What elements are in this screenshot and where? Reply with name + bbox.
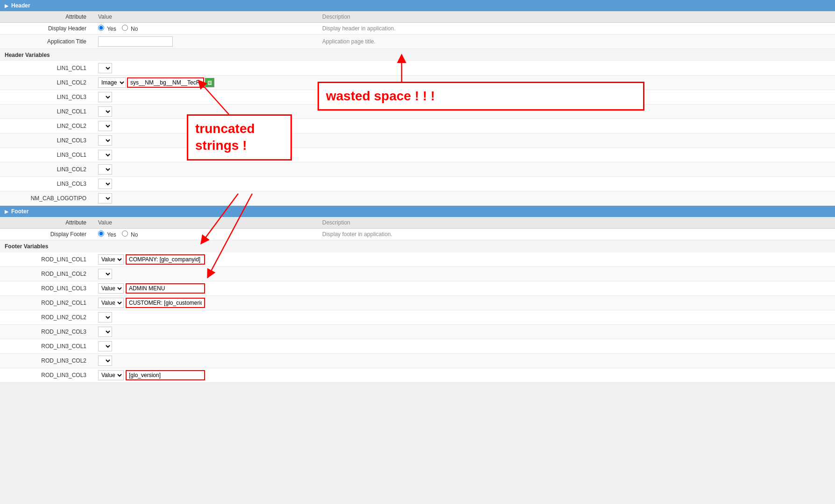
hvar-desc-6 (318, 148, 835, 162)
hvar-desc-7 (318, 162, 835, 177)
display-header-yes-label[interactable]: Yes (98, 25, 116, 32)
app-title-desc: Application page title. (318, 35, 835, 49)
display-footer-desc: Display footer in application. (318, 229, 835, 240)
fvar-attr-2: ROD_LIN1_COL3 (0, 281, 93, 296)
hvar-select-4[interactable] (98, 121, 112, 131)
footer-section-toggle[interactable]: ▶ Footer (0, 206, 835, 217)
fvar-text-input-3[interactable] (126, 298, 205, 308)
fvar-desc-0 (318, 252, 835, 267)
display-header-yes-radio[interactable] (98, 25, 104, 31)
fvar-val-7 (93, 354, 318, 368)
page-wrapper: ▶ Header Attribute Value Description Dis… (0, 0, 835, 504)
footer-table: Attribute Value Description Display Foot… (0, 217, 835, 240)
table-row: ROD_LIN1_COL3Value (0, 281, 835, 296)
fvar-desc-2 (318, 281, 835, 296)
hvar-val-1: Image🖼 (93, 76, 318, 90)
fvar-type-select-2[interactable]: Value (98, 283, 124, 294)
display-footer-yes-label[interactable]: Yes (98, 231, 116, 238)
table-row: LIN2_COL3 (0, 133, 835, 148)
fvar-attr-3: ROD_LIN2_COL1 (0, 296, 93, 310)
hvar-select-5[interactable] (98, 135, 112, 146)
fvar-select-1[interactable] (98, 269, 112, 279)
display-header-attr: Display Header (0, 23, 93, 35)
hvar-select-8[interactable] (98, 179, 112, 189)
wasted-space-annotation: wasted space ! ! ! (318, 82, 644, 111)
fvar-attr-5: ROD_LIN2_COL3 (0, 325, 93, 339)
hvar-text-input-1[interactable] (127, 77, 204, 88)
hvar-val-0 (93, 61, 318, 76)
fvar-text-input-0[interactable] (126, 254, 205, 265)
fvar-select-6[interactable] (98, 341, 112, 351)
header-section-toggle[interactable]: ▶ Header (0, 0, 835, 11)
hvar-attr-1: LIN1_COL2 (0, 76, 93, 90)
fvar-text-input-8[interactable] (126, 370, 205, 380)
fvar-attr-4: ROD_LIN2_COL2 (0, 310, 93, 325)
table-row: NM_CAB_LOGOTIPO (0, 191, 835, 206)
fvar-desc-1 (318, 267, 835, 281)
fvar-val-3: Value (93, 296, 318, 310)
hvar-desc-8 (318, 177, 835, 191)
display-header-no-label[interactable]: No (122, 25, 138, 32)
hvar-attr-3: LIN2_COL1 (0, 105, 93, 119)
fvar-text-input-2[interactable] (126, 283, 205, 294)
fvar-type-select-3[interactable]: Value (98, 298, 124, 308)
hvar-type-select-1[interactable]: Image (98, 77, 126, 88)
footer-variables-label: Footer Variables (0, 240, 835, 252)
display-footer-yes-radio[interactable] (98, 231, 104, 237)
footer-variables-table-container: ROD_LIN1_COL1ValueROD_LIN1_COL2ROD_LIN1_… (0, 252, 835, 383)
display-footer-radio-group: Yes No (98, 231, 313, 238)
table-row: ROD_LIN1_COL2 (0, 267, 835, 281)
fvar-type-select-8[interactable]: Value (98, 370, 124, 380)
table-row: ROD_LIN1_COL1Value (0, 252, 835, 267)
header-arrow-icon: ▶ (5, 3, 8, 8)
hvar-attr-9: NM_CAB_LOGOTIPO (0, 191, 93, 206)
fvar-type-select-0[interactable]: Value (98, 254, 124, 265)
hvar-attr-5: LIN2_COL3 (0, 133, 93, 148)
hvar-select-2[interactable] (98, 92, 112, 102)
table-row: ROD_LIN2_COL1Value (0, 296, 835, 310)
truncated-strings-annotation: truncated strings ! (187, 114, 292, 161)
table-row: ROD_LIN3_COL3Value (0, 368, 835, 383)
display-footer-no-label[interactable]: No (122, 231, 138, 238)
hvar-select-7[interactable] (98, 164, 112, 175)
hvar-select-3[interactable] (98, 106, 112, 117)
display-header-value: Yes No (93, 23, 318, 35)
fvar-select-5[interactable] (98, 327, 112, 337)
hvar-attr-2: LIN1_COL3 (0, 90, 93, 105)
header-val-col: Value (93, 11, 318, 23)
hvar-val-9 (93, 191, 318, 206)
hvar-desc-5 (318, 133, 835, 148)
display-footer-no-radio[interactable] (122, 231, 128, 237)
hvar-select-6[interactable] (98, 150, 112, 160)
table-row: ROD_LIN2_COL3 (0, 325, 835, 339)
footer-val-col: Value (93, 217, 318, 229)
footer-variables-table: ROD_LIN1_COL1ValueROD_LIN1_COL2ROD_LIN1_… (0, 252, 835, 383)
fvar-attr-7: ROD_LIN3_COL2 (0, 354, 93, 368)
fvar-select-7[interactable] (98, 356, 112, 366)
fvar-val-4 (93, 310, 318, 325)
hvar-select-0[interactable] (98, 63, 112, 73)
hvar-select-9[interactable] (98, 193, 112, 203)
display-header-no-radio[interactable] (122, 25, 128, 31)
table-row: Display Footer Yes No (0, 229, 835, 240)
header-attr-col: Attribute (0, 11, 93, 23)
hvar-desc-9 (318, 191, 835, 206)
hvar-val-2 (93, 90, 318, 105)
app-title-input[interactable] (98, 36, 173, 47)
fvar-val-2: Value (93, 281, 318, 296)
fvar-wrap-8: Value (98, 370, 313, 380)
fvar-select-4[interactable] (98, 312, 112, 322)
fvar-val-0: Value (93, 252, 318, 267)
table-row: ROD_LIN2_COL2 (0, 310, 835, 325)
fvar-attr-8: ROD_LIN3_COL3 (0, 368, 93, 383)
hvar-img-icon-1[interactable]: 🖼 (205, 78, 214, 87)
fvar-attr-6: ROD_LIN3_COL1 (0, 339, 93, 354)
fvar-attr-0: ROD_LIN1_COL1 (0, 252, 93, 267)
footer-desc-col: Description (318, 217, 835, 229)
hvar-attr-7: LIN3_COL2 (0, 162, 93, 177)
header-section-title: Header (11, 2, 30, 9)
header-desc-col: Description (318, 11, 835, 23)
table-row: ROD_LIN3_COL2 (0, 354, 835, 368)
header-table-container: Attribute Value Description Display Head… (0, 11, 835, 49)
hvar-attr-6: LIN3_COL1 (0, 148, 93, 162)
